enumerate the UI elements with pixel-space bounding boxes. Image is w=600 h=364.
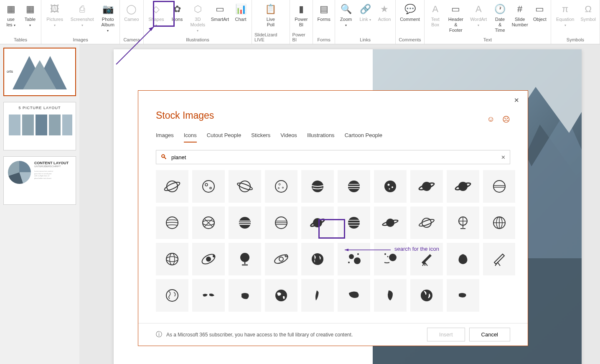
- tab-images[interactable]: Images: [156, 129, 174, 143]
- icon-result-saturn-solid-1[interactable]: [410, 170, 443, 203]
- slide-thumbnail-2[interactable]: 5 PICTURE LAYOUT: [3, 102, 76, 150]
- icon-result-earth-solid-3[interactable]: [410, 279, 443, 312]
- ribbon-symbol[interactable]: ΩSymbol: [579, 2, 597, 23]
- tab-cartoon-people[interactable]: Cartoon People: [345, 129, 382, 143]
- ribbon-slide-number[interactable]: #SlideNumber: [511, 2, 529, 28]
- ribbon-group-label: Symbols: [567, 37, 584, 44]
- tab-cutout-people[interactable]: Cutout People: [207, 129, 241, 143]
- ribbon-item-label: Forms: [318, 17, 331, 22]
- svg-point-19: [239, 181, 250, 192]
- icon-result-planet-solid-1[interactable]: [301, 170, 334, 203]
- svg-point-52: [166, 257, 178, 262]
- icon-result-africa[interactable]: [374, 279, 407, 312]
- icon-result-lines-planet-3[interactable]: [229, 206, 261, 239]
- icon-result-australia[interactable]: [229, 279, 261, 312]
- icon-result-globe-stand-solid[interactable]: [229, 243, 261, 275]
- icon-result-orbit-outline[interactable]: [265, 243, 297, 275]
- icon-result-earth-outline[interactable]: [156, 279, 188, 312]
- icon-result-saturn-solid-4[interactable]: [374, 206, 407, 239]
- ribbon-power-bi[interactable]: ▮PowerBI: [293, 2, 310, 28]
- insert-button[interactable]: Insert: [427, 328, 465, 341]
- ribbon-item-label: Header& Footer: [448, 17, 464, 33]
- icon-result-world-map-1[interactable]: [192, 279, 225, 312]
- ribbon-group-illustrations: ◇Shapes ▾✿Icons⬡3DModels ▾▭SmartArt📊Char…: [144, 0, 252, 44]
- icon-result-planet-solid-3[interactable]: [374, 170, 407, 203]
- ribbon-item-label: Date &Time: [493, 17, 507, 33]
- icon-result-telescope-outline[interactable]: [483, 243, 515, 275]
- svg-text:orts: orts: [7, 69, 13, 74]
- icon-result-lines-planet-1[interactable]: [156, 206, 188, 239]
- frown-icon[interactable]: ☹: [502, 115, 510, 124]
- ribbon-action[interactable]: ★Action: [376, 2, 393, 23]
- icon-result-lines-planet-solid[interactable]: [338, 206, 370, 239]
- ribbon-comment[interactable]: 💬Comment: [398, 2, 422, 23]
- icon-result-earth-solid-2[interactable]: [265, 279, 297, 312]
- icon-result-lines-planet-2[interactable]: [192, 206, 225, 239]
- cancel-button[interactable]: Cancel: [469, 328, 510, 341]
- ribbon-smartart[interactable]: ▭SmartArt: [210, 2, 230, 23]
- ribbon-object[interactable]: ▭Object: [531, 2, 548, 23]
- ribbon-text-box[interactable]: ATextBox: [427, 2, 444, 28]
- svg-point-71: [421, 290, 432, 301]
- icon-result-globe-stand[interactable]: [447, 206, 479, 239]
- ribbon-table[interactable]: ▦Table ▾: [22, 2, 38, 28]
- ribbon-date-time[interactable]: 🕐Date &Time: [492, 2, 508, 34]
- ribbon-live-poll[interactable]: 📋LivePoll: [262, 2, 279, 28]
- svg-point-58: [279, 257, 283, 261]
- search-input[interactable]: [171, 154, 497, 160]
- icon-result-saturn-outline[interactable]: [410, 206, 443, 239]
- ribbon-group-slidelizard-live: 📋LivePollSlideLizard LIVE: [252, 0, 290, 44]
- icon-result-globe-outline[interactable]: [156, 243, 188, 275]
- ribbon-header-footer[interactable]: ▭Header& Footer: [446, 2, 465, 34]
- use-icon: ▦: [4, 3, 18, 16]
- ribbon-3d-models[interactable]: ⬡3DModels ▾: [188, 2, 208, 34]
- chart-icon: 📊: [234, 3, 247, 16]
- svg-point-27: [384, 181, 396, 192]
- icon-result-saturn-solid-3[interactable]: [301, 206, 334, 239]
- icon-result-lines-planet-4[interactable]: [265, 206, 297, 239]
- ribbon-group-label: SlideLizard LIVE: [254, 32, 287, 44]
- clear-search-icon[interactable]: ✕: [501, 154, 506, 160]
- action-icon: ★: [378, 3, 391, 16]
- icon-result-antarctica[interactable]: [447, 243, 479, 275]
- svg-point-47: [418, 218, 435, 227]
- icon-result-moon-outline[interactable]: [265, 170, 297, 203]
- icon-result-saturn-solid-2[interactable]: [447, 170, 479, 203]
- annotation-arrow-to-search: [343, 248, 393, 252]
- smile-icon[interactable]: ☺: [487, 115, 495, 124]
- icon-result-orbit-solid[interactable]: [192, 243, 225, 275]
- ribbon-link[interactable]: 🔗Link ▾: [357, 2, 374, 23]
- tab-illustrations[interactable]: Illustrations: [307, 129, 335, 143]
- slide-thumbnail-1[interactable]: orts: [3, 48, 76, 96]
- ribbon-icons[interactable]: ✿Icons: [169, 2, 186, 23]
- icon-result-asia-map[interactable]: [338, 279, 370, 312]
- ribbon-pictures[interactable]: 🖼Pictures ▾: [44, 2, 66, 28]
- ribbon-forms[interactable]: ▤Forms: [315, 2, 332, 23]
- dialog-title: Stock Images: [138, 110, 528, 125]
- slide-thumbnail-3[interactable]: CONTENT LAYOUTUNTERÜBERSCHRIFTLorem ipsu…: [3, 156, 76, 205]
- tab-icons[interactable]: Icons: [184, 129, 197, 143]
- icon-result-planet-outline-3[interactable]: [229, 170, 261, 203]
- ribbon-use-les[interactable]: ▦useles ▾: [3, 2, 19, 28]
- ribbon-zoom[interactable]: 🔍Zoom ▾: [338, 2, 354, 28]
- ribbon-chart[interactable]: 📊Chart: [232, 2, 249, 23]
- header-icon: ▭: [449, 3, 463, 16]
- tab-videos[interactable]: Videos: [280, 129, 297, 143]
- ribbon-cameo[interactable]: ◯Cameo: [122, 2, 140, 23]
- icon-result-planet-outline-2[interactable]: [192, 170, 225, 203]
- tab-stickers[interactable]: Stickers: [251, 129, 270, 143]
- close-icon[interactable]: ✕: [511, 94, 522, 107]
- icons-grid-wrap[interactable]: [156, 170, 515, 323]
- ribbon-screenshot[interactable]: ⎙Screenshot ▾: [68, 2, 96, 28]
- icon-result-planet-solid-2[interactable]: [338, 170, 370, 203]
- svg-point-18: [210, 187, 211, 189]
- icon-result-planet-outline-4[interactable]: [483, 170, 515, 203]
- icon-result-planet-outline-1[interactable]: [156, 170, 188, 203]
- ribbon-equation[interactable]: πEquation ▾: [554, 2, 577, 28]
- icon-result-europe-map[interactable]: [447, 279, 479, 312]
- icon-result-globe-grid[interactable]: [483, 206, 515, 239]
- icon-result-south-america[interactable]: [301, 279, 334, 312]
- icon-result-earth-solid[interactable]: [301, 243, 334, 275]
- ribbon-wordart[interactable]: AWordArt ▾: [468, 2, 489, 28]
- object-icon: ▭: [533, 3, 547, 16]
